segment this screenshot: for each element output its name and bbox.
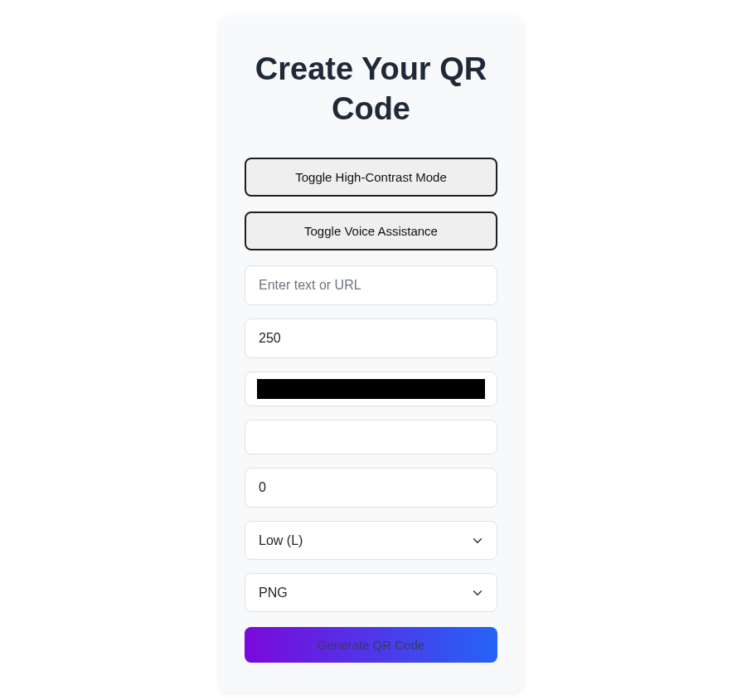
bg-color-wrapper: [245, 420, 497, 455]
qr-size-input[interactable]: [245, 318, 497, 358]
format-select[interactable]: PNGSVGJPG: [245, 573, 497, 612]
generate-button[interactable]: Generate QR Code: [245, 627, 497, 663]
fg-color-wrapper: [245, 372, 497, 406]
bg-color-input[interactable]: [257, 427, 485, 447]
qr-text-input[interactable]: [245, 265, 497, 305]
error-correction-select[interactable]: Low (L)Medium (M)Quartile (Q)High (H): [245, 521, 497, 560]
page-title: Create Your QR Code: [245, 50, 497, 129]
toggle-voice-button[interactable]: Toggle Voice Assistance: [245, 211, 497, 250]
qr-form-card: Create Your QR Code Toggle High-Contrast…: [220, 17, 522, 692]
qr-margin-input[interactable]: [245, 468, 497, 508]
fg-color-input[interactable]: [257, 379, 485, 399]
toggle-contrast-button[interactable]: Toggle High-Contrast Mode: [245, 158, 497, 197]
